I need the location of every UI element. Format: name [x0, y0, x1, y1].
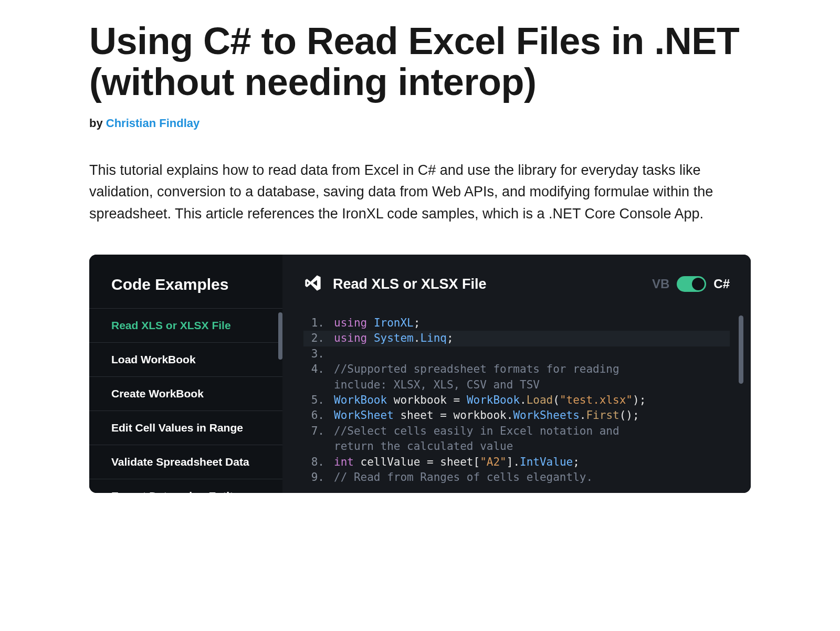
- toggle-knob: [692, 278, 705, 290]
- code-line: 9// Read from Ranges of cells elegantly.: [303, 470, 730, 485]
- code-scrollbar[interactable]: [739, 316, 743, 384]
- line-number: 2: [303, 331, 327, 346]
- line-number: 7: [303, 424, 327, 439]
- code-content: using IronXL;: [334, 316, 420, 331]
- sidebar-title: Code Examples: [89, 276, 282, 308]
- code-content: //Supported spreadsheet formats for read…: [334, 362, 626, 377]
- code-line: 3: [303, 346, 730, 362]
- line-number: 5: [303, 393, 327, 408]
- language-toggle-switch[interactable]: [677, 276, 706, 292]
- line-number: 3: [303, 346, 327, 362]
- line-number: 4: [303, 362, 327, 377]
- code-content: using System.Linq;: [334, 331, 454, 346]
- code-line: 6WorkSheet sheet = workbook.WorkSheets.F…: [303, 408, 730, 423]
- code-line: 7//Select cells easily in Excel notation…: [303, 424, 730, 439]
- sidebar-list: Read XLS or XLSX FileLoad WorkBookCreate…: [89, 308, 282, 493]
- code-examples-sidebar: Code Examples Read XLS or XLSX FileLoad …: [89, 255, 282, 493]
- code-content: return the calculated value: [334, 439, 513, 454]
- lang-vb-label[interactable]: VB: [652, 277, 669, 291]
- code-content: int cellValue = sheet["A2"].IntValue;: [334, 455, 580, 470]
- code-content: WorkBook workbook = WorkBook.Load("test.…: [334, 393, 646, 408]
- language-toggle: VB C#: [652, 276, 730, 292]
- byline-prefix: by: [89, 117, 106, 130]
- sidebar-item[interactable]: Read XLS or XLSX File: [89, 309, 282, 343]
- code-line: 8int cellValue = sheet["A2"].IntValue;: [303, 455, 730, 470]
- code-content: // Read from Ranges of cells elegantly.: [334, 470, 593, 485]
- code-line: 1using IronXL;: [303, 316, 730, 331]
- code-content: //Select cells easily in Excel notation …: [334, 424, 626, 439]
- code-main-header: Read XLS or XLSX File VB C#: [303, 274, 730, 295]
- line-number: 8: [303, 455, 327, 470]
- author-link[interactable]: Christian Findlay: [106, 117, 200, 130]
- code-line: 2using System.Linq;: [303, 331, 730, 346]
- code-block: 1using IronXL;2using System.Linq;34//Sup…: [303, 316, 730, 485]
- code-main: Read XLS or XLSX File VB C# 1using IronX…: [282, 255, 751, 493]
- code-line: 5WorkBook workbook = WorkBook.Load("test…: [303, 393, 730, 408]
- main-title-group: Read XLS or XLSX File: [303, 274, 487, 295]
- page-title: Using C# to Read Excel Files in .NET (wi…: [89, 21, 751, 103]
- code-line: include: XLSX, XLS, CSV and TSV: [303, 377, 730, 393]
- code-line: 4//Supported spreadsheet formats for rea…: [303, 362, 730, 377]
- lang-cs-label[interactable]: C#: [713, 277, 730, 291]
- byline: by Christian Findlay: [89, 117, 751, 130]
- code-line: return the calculated value: [303, 439, 730, 454]
- sidebar-scrollbar[interactable]: [278, 312, 282, 360]
- intro-paragraph: This tutorial explains how to read data …: [89, 160, 751, 226]
- sidebar-item[interactable]: Validate Spreadsheet Data: [89, 445, 282, 479]
- sidebar-item[interactable]: Create WorkBook: [89, 377, 282, 411]
- sidebar-item[interactable]: Load WorkBook: [89, 343, 282, 377]
- sidebar-item[interactable]: Edit Cell Values in Range: [89, 411, 282, 445]
- line-number: 9: [303, 470, 327, 485]
- code-content: WorkSheet sheet = workbook.WorkSheets.Fi…: [334, 408, 639, 423]
- visual-studio-icon: [303, 274, 322, 295]
- line-number: 1: [303, 316, 327, 331]
- code-content: include: XLSX, XLS, CSV and TSV: [334, 377, 540, 393]
- code-panel: Code Examples Read XLS or XLSX FileLoad …: [89, 255, 751, 493]
- sidebar-item[interactable]: Export Data using Entity: [89, 479, 282, 493]
- line-number: 6: [303, 408, 327, 423]
- code-example-title: Read XLS or XLSX File: [333, 276, 487, 292]
- code-area: 1using IronXL;2using System.Linq;34//Sup…: [303, 316, 730, 485]
